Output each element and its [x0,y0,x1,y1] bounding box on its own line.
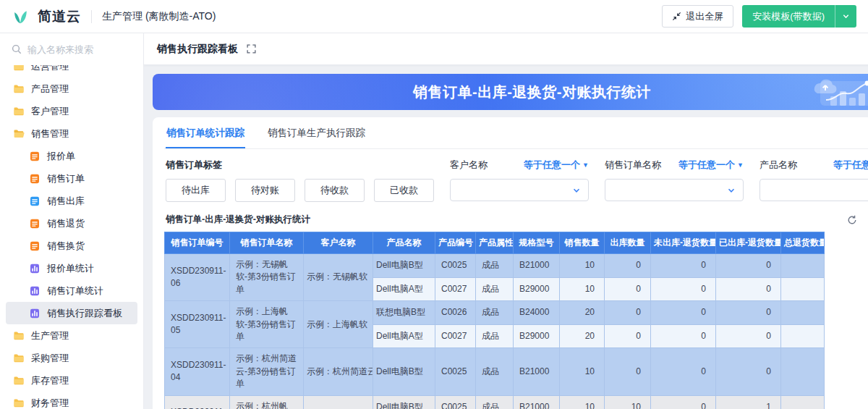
tag-button[interactable]: 已收款 [374,179,434,202]
page-fullscreen-button[interactable] [247,44,256,54]
sidebar-item[interactable]: 运营管理 [0,65,137,77]
table-cell: 10 [605,395,651,409]
table-cell: 20 [560,324,605,348]
sidebar-item[interactable]: 销售执行跟踪看板 [6,302,137,324]
order-tag-buttons: 待出库待对账待收款已收款 [166,179,434,202]
sidebar-item[interactable]: 销售退货 [0,212,137,235]
tag-button[interactable]: 待对账 [235,179,295,202]
sales-tracking-table: 销售订单编号销售订单名称客户名称产品名称产品编号产品属性规格型号销售数量出库数量… [164,232,825,409]
table-tools [847,215,868,225]
table-row[interactable]: XSDD230911-06示例：无锡帆软-第3份销售订单示例：无锡帆软Dell电… [165,254,825,278]
main-area: 销售执行跟踪看板 销售订单-出库-退换货-对账执行统计 [144,33,868,409]
table-cell [781,277,825,301]
sidebar-item[interactable]: 报价单 [0,145,137,167]
order-no-cell: XSDD230911-05 [165,301,230,348]
sidebar-item-label: 报价单 [47,150,75,163]
folder-icon [13,83,25,95]
customer-cell: 示例：杭州帆软 [304,395,373,409]
sidebar-item-label: 销售执行跟踪看板 [47,307,122,320]
customer-cell: 示例：杭州简道云 [304,348,373,395]
install-template-dropdown-button[interactable] [835,5,856,28]
order-name-cell: 示例：杭州帆软-第3份销售订单 [230,395,304,409]
sidebar-item[interactable]: 销售出库 [0,190,137,212]
table-cell: 0 [716,277,781,301]
sidebar-search [0,33,143,65]
install-template-group: 安装模板(带数据) [742,5,856,28]
tag-button[interactable]: 待出库 [166,179,226,202]
column-header: 产品名称 [373,232,435,254]
chart-purple-icon [29,285,41,297]
table-row[interactable]: XSDD230911-03示例：杭州帆软-第3份销售订单示例：杭州帆软Dell电… [165,395,825,409]
table-cell: 0 [651,348,716,395]
table-cell: 成品 [476,324,514,348]
order-no-cell: XSDD230911-03 [165,395,230,409]
sidebar-item[interactable]: 销售管理 [0,122,137,145]
dashboard-banner: 销售订单-出库-退换货-对账执行统计 [153,74,868,110]
table-cell [781,348,825,395]
table-wrap: 销售订单编号销售订单名称客户名称产品名称产品编号产品属性规格型号销售数量出库数量… [164,232,868,409]
table-cell: B21000 [514,348,560,395]
tag-button[interactable]: 待收款 [305,179,365,202]
sidebar-item[interactable]: 库存管理 [0,369,137,392]
sidebar-item-label: 库存管理 [31,374,69,387]
filter-select[interactable] [450,179,589,201]
search-input[interactable] [27,44,143,55]
sidebar: 运营管理产品管理客户管理销售管理报价单销售订单销售出库销售退货销售换货报价单统计… [0,33,144,409]
banner-title: 销售订单-出库-退换货-对账执行统计 [413,83,651,102]
sidebar-item-label: 销售出库 [47,195,85,208]
table-cell: 0 [605,348,651,395]
column-header: 已出库-退货数量 [716,232,781,254]
sidebar-item[interactable]: 销售换货 [0,235,137,257]
table-cell: C0026 [435,301,476,325]
chevron-down-icon [727,186,736,195]
table-row[interactable]: XSDD230911-04示例：杭州简道云-第3份销售订单示例：杭州简道云Del… [165,348,825,395]
table-cell: 成品 [476,301,514,325]
filter-bar: 销售订单标签 待出库待对账待收款已收款 客户名称等于任意一个▼销售订单名称等于任… [164,149,868,212]
sidebar-item[interactable]: 产品管理 [0,77,137,100]
table-cell: 0 [605,324,651,348]
exit-fullscreen-button[interactable]: 退出全屏 [662,5,733,28]
filter-select[interactable] [605,179,744,201]
filter-operator[interactable]: 等于任意一个▼ [678,159,744,172]
sidebar-item-label: 销售订单统计 [47,284,103,298]
refresh-button[interactable] [847,215,857,225]
sidebar-item-label: 运营管理 [31,65,69,73]
table-cell: C0025 [435,395,476,409]
brand: 简道云 生产管理 (离散制造-ATO) [10,7,216,27]
filter-select[interactable] [760,179,868,201]
sidebar-item[interactable]: 财务管理 [0,392,137,409]
filter-group: 客户名称等于任意一个▼ [450,158,589,202]
sidebar-item[interactable]: 客户管理 [0,100,137,122]
dropdown-filters: 客户名称等于任意一个▼销售订单名称等于任意一个▼产品名称等于任意一个▼ [450,158,868,202]
filter-label: 销售订单名称 [605,159,661,172]
sidebar-item-label: 财务管理 [31,397,69,409]
sidebar-item[interactable]: 销售订单 [0,167,137,190]
table-cell: 20 [560,301,605,325]
folder-open-icon [13,128,25,140]
filter-operator[interactable]: 等于任意一个▼ [524,159,589,172]
header-divider [91,10,92,23]
chart-purple-icon [29,308,41,319]
filter-operator[interactable]: 等于任意一个▼ [833,159,868,172]
tab[interactable]: 销售订单生产执行跟踪 [267,117,366,148]
sidebar-item-label: 销售订单 [47,172,85,185]
exit-fullscreen-label: 退出全屏 [686,10,723,23]
sidebar-item[interactable]: 采购管理 [0,347,137,369]
table-row[interactable]: XSDD230911-05示例：上海帆软-第3份销售订单示例：上海帆软联想电脑B… [165,301,825,325]
sidebar-item[interactable]: 报价单统计 [0,257,137,279]
search-icon [12,44,22,54]
table-cell: 10 [560,395,605,409]
sidebar-item[interactable]: 生产管理 [0,324,137,347]
folder-icon [13,375,25,387]
app-title: 生产管理 (离散制造-ATO) [102,10,216,23]
order-tag-label: 销售订单标签 [166,159,222,172]
refresh-icon [847,215,857,225]
page-content: 销售订单-出库-退换货-对账执行统计 [144,65,868,409]
install-template-button[interactable]: 安装模板(带数据) [742,5,835,28]
table-cell: 0 [716,324,781,348]
sidebar-item[interactable]: 销售订单统计 [0,279,137,302]
table-cell: Dell电脑A型 [373,277,435,301]
fullscreen-icon [247,44,256,54]
sidebar-item-label: 销售退货 [47,217,85,230]
tab[interactable]: 销售订单统计跟踪 [166,117,245,148]
